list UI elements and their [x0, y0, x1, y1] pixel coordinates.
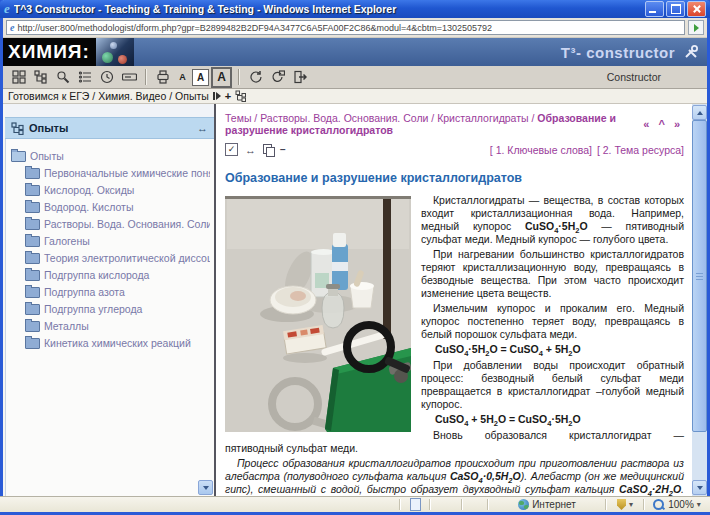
tree-view-button[interactable] — [31, 68, 51, 86]
resource-topic-link[interactable]: [ 2. Тема ресурса] — [597, 144, 684, 156]
mode-label: Constructor — [607, 71, 701, 83]
minimize-button[interactable] — [645, 1, 664, 17]
internet-globe-icon — [518, 499, 529, 510]
form-field-button[interactable] — [119, 68, 139, 86]
sidebar-top-strip — [5, 104, 214, 117]
history-button[interactable] — [97, 68, 117, 86]
folder-icon — [25, 185, 40, 196]
sidebar-item-label: Металлы — [44, 318, 89, 335]
sidebar-item[interactable]: Подгруппа азота — [11, 284, 210, 301]
folder-icon — [25, 270, 40, 281]
sidebar-item-label: Подгруппа азота — [44, 284, 125, 301]
folder-icon — [25, 321, 40, 332]
font-size-large-button[interactable]: A — [211, 67, 232, 88]
paragraph: Процесс образования кристаллогидратов пр… — [225, 457, 684, 496]
sidebar-item-label: Первоначальные химические понятия — [44, 165, 210, 182]
up-level-button[interactable]: ^ — [658, 118, 664, 130]
protected-mode-control[interactable]: ▾ — [610, 499, 640, 510]
sidebar-item[interactable]: Растворы. Вода. Основания. Соли — [11, 216, 210, 233]
arrow-up-icon — [697, 111, 703, 115]
sidebar-item[interactable]: Галогены — [11, 233, 210, 250]
list-view-button[interactable] — [75, 68, 95, 86]
toolbar-separator — [238, 69, 240, 85]
sidebar-item[interactable]: Металлы — [11, 318, 210, 335]
sidebar-item[interactable]: Подгруппа кислорода — [11, 267, 210, 284]
view-grid-button[interactable] — [9, 68, 29, 86]
sidebar-item-label: Кислород. Оксиды — [44, 182, 134, 199]
molecule-image — [96, 38, 134, 66]
caret-down-icon: ▾ — [697, 500, 701, 509]
zoom-control[interactable]: 100% ▾ — [648, 499, 706, 511]
status-bar: Интернет ▾ 100% ▾ — [0, 496, 710, 512]
search-button[interactable] — [53, 68, 73, 86]
sidebar-scroll-down-button[interactable] — [198, 480, 213, 495]
add-icon[interactable]: + — [225, 90, 231, 102]
go-button[interactable] — [688, 20, 704, 35]
paragraph: Вновь образовался кристаллогидрат — пяти… — [225, 429, 684, 455]
shield-icon — [617, 499, 626, 510]
main-toolbar: A A A Constructor — [3, 66, 707, 89]
breadcrumb-bar: Готовимся к ЕГЭ / Химия. Видео / Опыты + — [3, 89, 707, 104]
go-arrow-icon — [694, 24, 699, 32]
sidebar-root-label: Опыты — [30, 148, 64, 165]
collapse-icon[interactable]: − — [280, 144, 286, 155]
sidebar-item[interactable]: Подгруппа углерода — [11, 301, 210, 318]
keywords-link[interactable]: [ 1. Ключевые слова] — [490, 144, 592, 156]
sidebar-item-label: Растворы. Вода. Основания. Соли — [44, 216, 210, 233]
sidebar-item-label: Подгруппа углерода — [44, 301, 142, 318]
sidebar-root-item[interactable]: Опыты — [11, 148, 210, 165]
update-document-button[interactable] — [268, 68, 288, 86]
page-title: Образование и разрушение кристаллогидрат… — [225, 171, 684, 185]
sidebar-tree: Опыты Первоначальные химические понятияК… — [5, 139, 214, 352]
app-logo: ХИМИЯ: — [3, 38, 96, 66]
resize-icon[interactable]: ↔ — [245, 144, 256, 156]
article: Кристаллогидраты — вещества, в состав ко… — [225, 194, 684, 496]
page-status-icon — [410, 498, 421, 511]
app-banner: ХИМИЯ: T³- constructor — [3, 38, 707, 66]
collapse-panel-icon[interactable]: ↔ — [197, 122, 208, 134]
sidebar-tree-children: Первоначальные химические понятияКислоро… — [11, 165, 210, 352]
add-tree-icon[interactable] — [235, 90, 247, 102]
close-button[interactable] — [687, 1, 706, 17]
sidebar-item[interactable]: Первоначальные химические понятия — [11, 165, 210, 182]
prev-topic-button[interactable]: « — [643, 118, 649, 130]
content-scrollbar[interactable] — [692, 104, 707, 496]
maximize-button[interactable] — [666, 1, 685, 17]
main-area: Опыты ↔ Опыты Первоначальные химические … — [3, 104, 707, 496]
window-title: T^3 Constructor - Teaching & Training & … — [14, 3, 641, 15]
scroll-down-button[interactable] — [692, 480, 707, 495]
scroll-up-button[interactable] — [692, 105, 707, 120]
folder-icon — [25, 168, 40, 179]
url-text: http://user:800/methodologist/dform.php?… — [17, 23, 492, 33]
sidebar-item-label: Теория электролитической диссоциации — [44, 250, 210, 267]
open-folder-icon — [11, 151, 26, 162]
sidebar-title: Опыты — [29, 122, 192, 134]
exit-button[interactable] — [290, 68, 310, 86]
sidebar-item[interactable]: Водород. Кислоты — [11, 199, 210, 216]
url-input[interactable]: e http://user:800/methodologist/dform.ph… — [6, 20, 685, 35]
breadcrumb[interactable]: Готовимся к ЕГЭ / Химия. Видео / Опыты — [8, 90, 209, 102]
zoom-level: 100% — [668, 499, 694, 510]
next-topic-button[interactable]: » — [674, 118, 680, 130]
arrow-down-icon — [697, 486, 703, 490]
content-panel: Темы / Растворы. Вода. Основания. Соли /… — [216, 104, 692, 496]
sidebar-item[interactable]: Кинетика химических реакций — [11, 335, 210, 352]
expand-icon[interactable] — [213, 92, 221, 100]
content-breadcrumb[interactable]: Темы / Растворы. Вода. Основания. Соли /… — [225, 112, 643, 136]
font-size-medium-button[interactable]: A — [192, 69, 209, 86]
address-bar: e http://user:800/methodologist/dform.ph… — [3, 18, 707, 38]
copy-icon[interactable] — [263, 144, 273, 155]
font-size-small-button[interactable]: A — [175, 70, 190, 85]
print-button[interactable] — [153, 68, 173, 86]
scrollbar-thumb[interactable] — [692, 120, 707, 432]
sidebar-panel: Опыты ↔ Опыты Первоначальные химические … — [5, 104, 216, 496]
checkbox-icon[interactable]: ✓ — [225, 143, 238, 156]
folder-icon — [25, 253, 40, 264]
sidebar-item[interactable]: Кислород. Оксиды — [11, 182, 210, 199]
page-favicon-icon: e — [10, 22, 14, 34]
security-zone-label: Интернет — [532, 499, 576, 510]
product-name: T³- constructor — [561, 44, 683, 61]
refresh-button[interactable] — [246, 68, 266, 86]
sidebar-item[interactable]: Теория электролитической диссоциации — [11, 250, 210, 267]
ie-logo-icon: e — [4, 3, 10, 15]
